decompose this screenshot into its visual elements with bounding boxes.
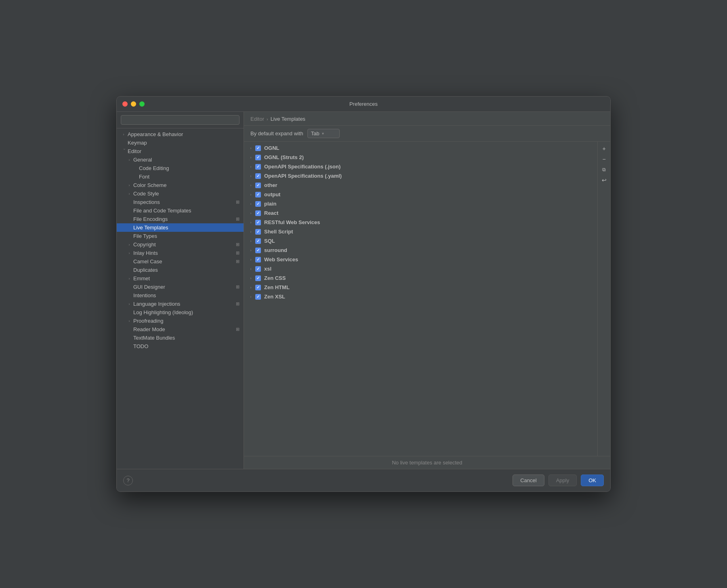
sidebar: ⌕ › Appearance & Behavior Keymap › (117, 112, 244, 469)
sidebar-item-code-editing[interactable]: Code Editing (117, 164, 244, 172)
template-item-openapi-json[interactable]: › OpenAPI Specifications (.json) (244, 162, 597, 171)
template-item-openapi-yaml[interactable]: › OpenAPI Specifications (.yaml) (244, 171, 597, 181)
template-name: Web Services (264, 256, 298, 262)
sidebar-item-live-templates[interactable]: Live Templates (117, 223, 244, 232)
sidebar-item-gui-designer[interactable]: GUI Designer ⊞ (117, 283, 244, 291)
chevron-right-icon: › (248, 266, 254, 272)
template-item-sql[interactable]: › SQL (244, 236, 597, 246)
template-name: other (264, 182, 277, 188)
sidebar-item-inlay-hints[interactable]: › Inlay Hints ⊞ (117, 249, 244, 257)
template-name: plain (264, 201, 276, 207)
chevron-right-icon: › (126, 250, 132, 256)
sidebar-item-textmate-bundles[interactable]: TextMate Bundles (117, 334, 244, 342)
sidebar-item-inspections[interactable]: Inspections ⊞ (117, 198, 244, 206)
minimize-button[interactable] (131, 101, 136, 107)
sidebar-item-label: Appearance & Behavior (128, 131, 183, 137)
template-item-restful[interactable]: › RESTful Web Services (244, 218, 597, 227)
template-item-web-services[interactable]: › Web Services (244, 255, 597, 264)
sidebar-item-label: Copyright (133, 242, 156, 248)
template-checkbox[interactable] (255, 229, 261, 235)
sidebar-item-camel-case[interactable]: Camel Case ⊞ (117, 257, 244, 266)
sidebar-item-file-code-templates[interactable]: File and Code Templates (117, 206, 244, 215)
maximize-button[interactable] (139, 101, 145, 107)
sidebar-item-duplicates[interactable]: Duplicates (117, 266, 244, 274)
template-checkbox[interactable] (255, 220, 261, 225)
add-button[interactable]: + (600, 144, 609, 153)
reset-button[interactable]: ↩ (600, 176, 609, 185)
remove-button[interactable]: − (600, 155, 609, 164)
footer-left: ? (123, 476, 133, 485)
template-item-other[interactable]: › other (244, 181, 597, 190)
template-checkbox[interactable] (255, 183, 261, 188)
template-item-zen-html[interactable]: › Zen HTML (244, 283, 597, 292)
template-checkbox[interactable] (255, 285, 261, 290)
sidebar-item-reader-mode[interactable]: Reader Mode ⊞ (117, 325, 244, 334)
sidebar-item-todo[interactable]: TODO (117, 342, 244, 351)
template-item-ognl[interactable]: › OGNL (244, 143, 597, 153)
sidebar-item-label: Code Style (133, 191, 159, 197)
template-name: output (264, 191, 280, 197)
template-checkbox[interactable] (255, 173, 261, 179)
sidebar-item-label: Inlay Hints (133, 250, 158, 256)
template-item-xsl[interactable]: › xsl (244, 264, 597, 273)
sidebar-item-label: GUI Designer (133, 284, 165, 290)
search-input[interactable] (121, 115, 240, 125)
apply-button[interactable]: Apply (548, 475, 577, 486)
template-checkbox[interactable] (255, 145, 261, 151)
sidebar-item-label: Camel Case (133, 258, 162, 265)
template-checkbox[interactable] (255, 238, 261, 244)
sidebar-item-color-scheme[interactable]: › Color Scheme (117, 181, 244, 189)
sidebar-tree: › Appearance & Behavior Keymap › Editor … (117, 128, 244, 469)
template-item-ognl-struts2[interactable]: › OGNL (Struts 2) (244, 153, 597, 162)
template-checkbox[interactable] (255, 164, 261, 170)
chevron-right-icon: › (248, 201, 254, 207)
template-checkbox[interactable] (255, 257, 261, 262)
chevron-right-icon: › (126, 276, 132, 281)
close-button[interactable] (122, 101, 128, 107)
template-item-surround[interactable]: › surround (244, 246, 597, 255)
copy-button[interactable]: ⧉ (600, 165, 609, 174)
template-item-zen-xsl[interactable]: › Zen XSL (244, 292, 597, 301)
template-checkbox[interactable] (255, 275, 261, 281)
template-item-react[interactable]: › React (244, 208, 597, 218)
sidebar-item-keymap[interactable]: Keymap (117, 139, 244, 147)
sidebar-item-file-types[interactable]: File Types (117, 232, 244, 240)
template-checkbox[interactable] (255, 201, 261, 207)
template-name: Shell Script (264, 229, 293, 235)
sidebar-item-language-injections[interactable]: › Language Injections ⊞ (117, 300, 244, 308)
sidebar-item-label: Reader Mode (133, 326, 165, 332)
sidebar-item-editor[interactable]: › Editor (117, 147, 244, 155)
template-name: RESTful Web Services (264, 219, 320, 225)
sidebar-item-log-highlighting[interactable]: Log Highlighting (Ideolog) (117, 308, 244, 317)
template-item-shell-script[interactable]: › Shell Script (244, 227, 597, 236)
sidebar-item-emmet[interactable]: › Emmet (117, 274, 244, 283)
main-content: ⌕ › Appearance & Behavior Keymap › (117, 112, 610, 469)
search-box: ⌕ (117, 112, 244, 128)
cancel-button[interactable]: Cancel (513, 475, 544, 486)
chevron-right-icon: › (248, 275, 254, 281)
chevron-right-icon: › (126, 318, 132, 324)
expand-dropdown[interactable]: Tab ▾ (307, 129, 340, 138)
sidebar-item-proofreading[interactable]: › Proofreading (117, 317, 244, 325)
sidebar-item-code-style[interactable]: › Code Style (117, 189, 244, 198)
template-checkbox[interactable] (255, 155, 261, 160)
template-checkbox[interactable] (255, 294, 261, 300)
sidebar-item-intentions[interactable]: Intentions (117, 291, 244, 300)
sidebar-item-font[interactable]: Font (117, 172, 244, 181)
template-item-output[interactable]: › output (244, 190, 597, 199)
template-checkbox[interactable] (255, 210, 261, 216)
template-checkbox[interactable] (255, 248, 261, 253)
sidebar-item-label: File Encodings (133, 216, 168, 222)
sidebar-item-appearance[interactable]: › Appearance & Behavior (117, 130, 244, 139)
template-checkbox[interactable] (255, 266, 261, 272)
template-name: React (264, 210, 278, 216)
sidebar-item-file-encodings[interactable]: File Encodings ⊞ (117, 215, 244, 223)
ok-button[interactable]: OK (581, 475, 604, 486)
help-button[interactable]: ? (123, 476, 133, 485)
breadcrumb: Editor › Live Templates (244, 112, 610, 126)
sidebar-item-general[interactable]: › General (117, 155, 244, 164)
sidebar-item-copyright[interactable]: › Copyright ⊞ (117, 240, 244, 249)
template-item-plain[interactable]: › plain (244, 199, 597, 208)
template-item-zen-css[interactable]: › Zen CSS (244, 273, 597, 283)
template-checkbox[interactable] (255, 192, 261, 197)
